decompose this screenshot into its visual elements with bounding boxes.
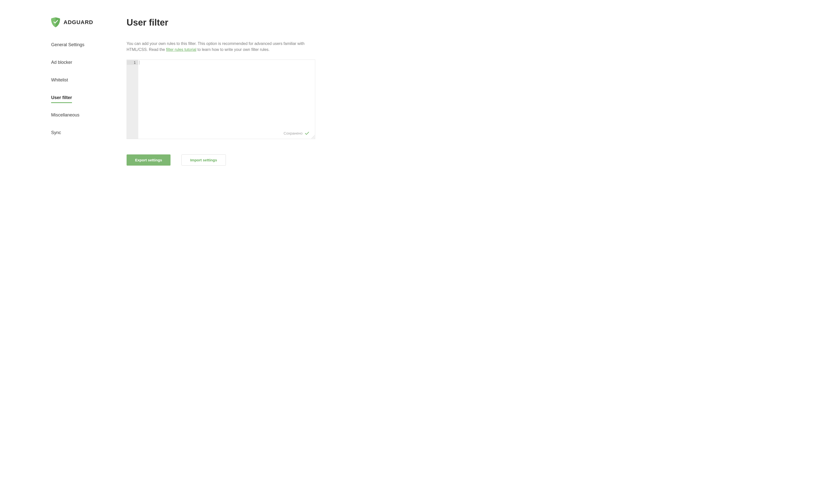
saved-status: Сохранено bbox=[284, 131, 309, 135]
line-number: 1 bbox=[127, 60, 138, 65]
check-icon bbox=[305, 132, 309, 135]
filter-rules-textarea[interactable] bbox=[138, 60, 315, 139]
sidebar-item-user-filter[interactable]: User filter bbox=[51, 95, 72, 103]
shield-check-icon bbox=[51, 17, 60, 27]
sidebar-item-general-settings[interactable]: General Settings bbox=[51, 42, 84, 50]
filter-rules-editor: 1 Сохранено bbox=[127, 60, 315, 139]
editor-gutter: 1 bbox=[127, 60, 138, 139]
brand-logo: ADGUARD bbox=[51, 17, 119, 27]
saved-status-label: Сохранено bbox=[284, 131, 303, 135]
export-settings-button[interactable]: Export settings bbox=[127, 154, 170, 165]
resize-handle[interactable] bbox=[310, 134, 315, 139]
main-content: User filter You can add your own rules t… bbox=[119, 17, 357, 165]
import-settings-button[interactable]: Import settings bbox=[181, 154, 226, 165]
sidebar-nav: General Settings Ad blocker Whitelist Us… bbox=[51, 42, 119, 148]
sidebar-item-ad-blocker[interactable]: Ad blocker bbox=[51, 60, 72, 68]
sidebar-item-sync[interactable]: Sync bbox=[51, 130, 61, 138]
editor-body bbox=[138, 60, 315, 139]
page-title: User filter bbox=[127, 17, 315, 28]
description-text-after: to learn how to write your own filter ru… bbox=[196, 48, 270, 52]
action-buttons: Export settings Import settings bbox=[127, 154, 315, 165]
filter-rules-tutorial-link[interactable]: filter rules tutorial bbox=[166, 48, 196, 52]
editor-cursor bbox=[139, 61, 140, 65]
sidebar-item-miscellaneous[interactable]: Miscellaneous bbox=[51, 113, 79, 120]
brand-name: ADGUARD bbox=[64, 19, 93, 25]
page-description: You can add your own rules to this filte… bbox=[127, 41, 315, 53]
sidebar: ADGUARD General Settings Ad blocker Whit… bbox=[0, 17, 119, 165]
svg-line-2 bbox=[314, 138, 315, 139]
sidebar-item-whitelist[interactable]: Whitelist bbox=[51, 77, 68, 85]
